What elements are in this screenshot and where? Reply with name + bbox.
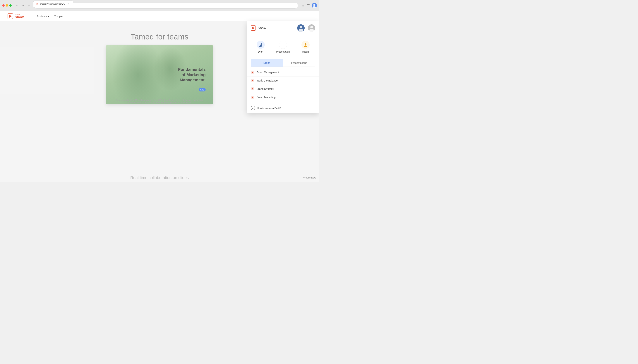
svg-point-6 — [313, 4, 315, 6]
back-button[interactable]: ← — [15, 3, 20, 8]
tab-bar: Online Presentation Software × — [33, 0, 73, 7]
user-avatar[interactable] — [312, 3, 317, 8]
svg-point-13 — [300, 26, 302, 28]
close-traffic-light[interactable] — [2, 4, 5, 7]
item-show-icon-2 — [251, 79, 254, 82]
popup-user-avatar-2[interactable] — [308, 24, 315, 32]
logo-show: Show — [15, 16, 24, 19]
item-label-3: Brand Strategy — [257, 88, 274, 90]
slide-preview-inner: Fundamentalsof MarketingManagement. — [106, 45, 213, 104]
maximize-traffic-light[interactable] — [9, 4, 12, 7]
site-navigation: Zoho Show Features ▾ Templa... — [0, 11, 319, 22]
extensions-button[interactable] — [306, 2, 311, 8]
draft-action-button[interactable]: Draft — [254, 39, 268, 54]
logo-text: Zoho Show — [15, 14, 24, 19]
popup-panel: Show — [247, 22, 319, 113]
item-show-icon-4 — [251, 95, 254, 99]
minimize-traffic-light[interactable] — [6, 4, 8, 7]
import-label: Import — [302, 50, 309, 53]
list-item[interactable]: Brand Strategy — [247, 85, 319, 93]
presentation-label: Presentation — [276, 50, 290, 53]
item-label-1: Event Management — [257, 71, 279, 74]
browser-chrome: Online Presentation Software × ← → ↻ Zoh… — [0, 0, 319, 11]
popup-header: Show — [247, 22, 319, 35]
play-circle-icon: ▶ — [251, 106, 255, 110]
features-nav-link[interactable]: Features ▾ — [35, 14, 51, 19]
popup-list: Event Management Work-Life Balance — [247, 67, 319, 103]
item-label-2: Work-Life Balance — [257, 79, 278, 82]
slide-title: Fundamentalsof MarketingManagement. — [178, 67, 206, 83]
list-item[interactable]: Work-Life Balance — [247, 76, 319, 85]
logo-zoho: Zoho — [15, 14, 24, 16]
import-icon — [301, 41, 310, 49]
popup-footer: ▶ How to create a Draft? — [247, 103, 319, 113]
presentation-icon — [279, 41, 287, 49]
templates-nav-link[interactable]: Templa... — [52, 14, 67, 19]
import-action-button[interactable]: Import — [299, 39, 313, 54]
item-show-icon-1 — [251, 70, 254, 74]
website-content: Zoho Show Features ▾ Templa... Tamed for… — [0, 11, 319, 182]
tab-title: Online Presentation Software — [40, 3, 66, 5]
list-item[interactable]: Smart Marketing — [247, 93, 319, 101]
svg-marker-11 — [252, 27, 255, 29]
popup-title: Show — [258, 26, 266, 30]
active-tab[interactable]: Online Presentation Software × — [33, 0, 73, 7]
draft-label: Draft — [258, 50, 263, 53]
svg-rect-3 — [307, 5, 310, 5]
hero-title: Tamed for teams — [114, 32, 205, 41]
address-bar[interactable]: Zoho.com/show/ — [34, 2, 298, 8]
real-time-collaboration-text: Real time collaboration on slides — [130, 175, 189, 180]
draft-icon — [257, 41, 265, 49]
collaborator-avatar-tag: Amy — [199, 88, 206, 92]
tab-close-button[interactable]: × — [67, 2, 70, 5]
tab-presentations[interactable]: Presentations — [283, 59, 315, 66]
how-to-create-draft-link[interactable]: How to create a Draft? — [257, 107, 281, 110]
zoho-show-logo[interactable]: Zoho Show — [8, 13, 24, 19]
tab-drafts[interactable]: Drafts — [251, 59, 283, 66]
popup-logo-icon — [251, 26, 256, 30]
popup-actions: Draft Presentation Imp — [247, 35, 319, 59]
site-nav-links: Features ▾ Templa... — [35, 14, 312, 19]
svg-rect-4 — [307, 6, 310, 6]
slide-preview: Fundamentalsof MarketingManagement. ‹ Am… — [106, 45, 213, 104]
refresh-button[interactable]: ↻ — [26, 3, 31, 8]
slide-text-overlay: Fundamentalsof MarketingManagement. — [178, 67, 206, 83]
svg-marker-9 — [9, 15, 12, 18]
popup-user-avatar-1[interactable] — [297, 24, 305, 32]
svg-rect-2 — [307, 4, 310, 4]
whats-new-label[interactable]: What's New — [303, 176, 316, 179]
presentation-action-button[interactable]: Presentation — [273, 39, 293, 54]
tab-favicon — [36, 2, 39, 5]
svg-point-16 — [310, 26, 313, 28]
browser-actions: ☆ — [301, 2, 317, 8]
item-show-icon-3 — [251, 87, 254, 91]
nav-buttons: ← → ↻ — [15, 3, 31, 8]
item-label-4: Smart Marketing — [257, 96, 276, 99]
traffic-lights — [2, 4, 12, 7]
popup-tabs: Drafts Presentations — [251, 59, 315, 67]
forward-button[interactable]: → — [21, 3, 26, 8]
bookmark-button[interactable]: ☆ — [301, 3, 305, 8]
list-item[interactable]: Event Management — [247, 68, 319, 76]
hero-bottom-text: Understanding the Marketing Mix and the … — [113, 99, 206, 102]
